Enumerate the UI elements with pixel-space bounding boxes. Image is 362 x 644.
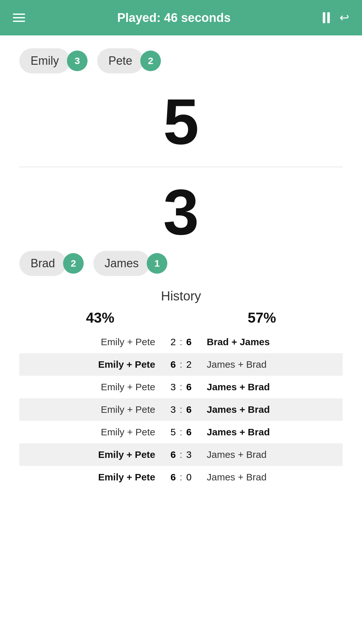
- history-score-col: 6 : 0: [160, 472, 202, 483]
- team2-total-score: 3: [19, 180, 343, 244]
- history-team-left: Emily + Pete: [26, 449, 160, 460]
- history-team-right: James + Brad: [202, 359, 337, 370]
- header-controls: ↩: [323, 11, 349, 24]
- history-score-col: 3 : 6: [160, 382, 202, 393]
- team2-players-row: Brad 2 James 1: [19, 251, 343, 276]
- history-table: Emily + Pete 2 : 6 Brad + James Emily + …: [19, 331, 343, 488]
- history-title: History: [19, 289, 343, 303]
- history-row: Emily + Pete 2 : 6 Brad + James: [19, 331, 343, 353]
- score-divider: [19, 167, 343, 167]
- history-team-left: Emily + Pete: [26, 427, 160, 438]
- history-score-col: 6 : 2: [160, 359, 202, 370]
- team1-win-pct: 43%: [86, 310, 114, 326]
- history-team-left: Emily + Pete: [26, 359, 160, 370]
- player1-pill[interactable]: Emily 3: [19, 48, 88, 73]
- history-score-col: 5 : 6: [160, 427, 202, 438]
- history-team-left: Emily + Pete: [26, 382, 160, 393]
- history-team-left: Emily + Pete: [26, 336, 160, 347]
- history-team-left: Emily + Pete: [26, 404, 160, 415]
- win-pct-row: 43% 57%: [19, 310, 343, 326]
- history-row: Emily + Pete 6 : 3 James + Brad: [19, 443, 343, 466]
- history-team-right: James + Brad: [202, 472, 337, 483]
- history-section: History 43% 57% Emily + Pete 2 : 6 Brad …: [19, 289, 343, 488]
- history-row: Emily + Pete 6 : 0 James + Brad: [19, 466, 343, 488]
- header-title: Played: 46 seconds: [117, 11, 231, 25]
- team2-score-section: 3: [19, 174, 343, 251]
- player4-name: James: [93, 251, 150, 276]
- player3-name: Brad: [19, 251, 66, 276]
- player1-score: 3: [67, 51, 88, 71]
- main-content: Emily 3 Pete 2 5 3 Brad 2 James 1 Histor…: [0, 35, 362, 501]
- undo-button[interactable]: ↩: [339, 11, 349, 24]
- history-score-col: 6 : 3: [160, 449, 202, 460]
- history-row: Emily + Pete 6 : 2 James + Brad: [19, 353, 343, 376]
- history-score-col: 2 : 6: [160, 336, 202, 347]
- team1-total-score: 5: [19, 90, 343, 154]
- history-team-right: Brad + James: [202, 336, 337, 347]
- pause-button[interactable]: [323, 12, 330, 23]
- team2-win-pct: 57%: [248, 310, 276, 326]
- player2-name: Pete: [97, 48, 144, 73]
- history-team-right: James + Brad: [202, 382, 337, 393]
- history-team-left: Emily + Pete: [26, 472, 160, 483]
- player2-score: 2: [140, 51, 161, 71]
- player4-score: 1: [147, 253, 167, 274]
- history-row: Emily + Pete 3 : 6 James + Brad: [19, 398, 343, 421]
- history-row: Emily + Pete 3 : 6 James + Brad: [19, 376, 343, 398]
- player3-score: 2: [63, 253, 84, 274]
- player2-pill[interactable]: Pete 2: [97, 48, 161, 73]
- history-team-right: James + Brad: [202, 449, 337, 460]
- player3-pill[interactable]: Brad 2: [19, 251, 84, 276]
- app-header: Played: 46 seconds ↩: [0, 0, 362, 35]
- player4-pill[interactable]: James 1: [93, 251, 167, 276]
- history-team-right: James + Brad: [202, 427, 337, 438]
- player1-name: Emily: [19, 48, 70, 73]
- history-score-col: 3 : 6: [160, 404, 202, 415]
- history-row: Emily + Pete 5 : 6 James + Brad: [19, 421, 343, 443]
- history-team-right: James + Brad: [202, 404, 337, 415]
- team1-players-row: Emily 3 Pete 2: [19, 48, 343, 73]
- team1-score-section: 5: [19, 83, 343, 160]
- menu-button[interactable]: [13, 14, 25, 22]
